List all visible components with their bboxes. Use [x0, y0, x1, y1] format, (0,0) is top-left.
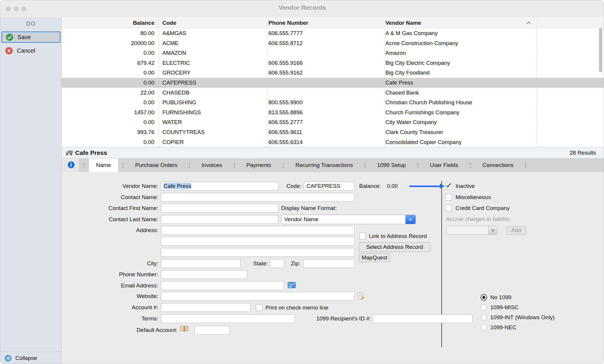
- radio-no-1099[interactable]: [481, 294, 487, 301]
- tab-separator: ⋮: [413, 162, 423, 169]
- pointer-arrow: [409, 186, 440, 187]
- vendor-name-form: Vendor Name: Contact Name: Contact First…: [62, 172, 604, 364]
- table-row[interactable]: 0.00GROCERY606.555.9162Big City Foodland: [62, 68, 604, 78]
- link-address-record-checkbox[interactable]: [359, 233, 366, 239]
- table-row[interactable]: 1457.00FURNISHINGS813.555.8896Church Fur…: [62, 107, 604, 118]
- default-account-label: Default Account:: [81, 326, 177, 335]
- select-address-record-button[interactable]: Select Address Record: [359, 242, 430, 252]
- sidebar-header: DO: [0, 20, 61, 27]
- detail-header-bar: Cafe Press 28 Results: [62, 147, 604, 158]
- sort-ascending-icon[interactable]: [526, 20, 532, 27]
- collapse-button[interactable]: Collapse: [0, 352, 61, 364]
- save-label: Save: [17, 34, 31, 41]
- tab-1099-setup[interactable]: 1099 Setup: [370, 158, 413, 172]
- tab-user-fields[interactable]: User Fields: [423, 158, 465, 172]
- column-header-balance[interactable]: Balance: [62, 17, 154, 28]
- zip-label: Zip:: [283, 259, 300, 268]
- account-number-input[interactable]: [161, 303, 251, 312]
- display-name-format-label: Display Name Format:: [281, 204, 337, 213]
- chevron-down-icon: [488, 226, 497, 234]
- tab-separator: ⋮: [465, 162, 475, 169]
- website-input[interactable]: [161, 292, 355, 301]
- email-address-input[interactable]: [161, 281, 284, 290]
- email-icon[interactable]: [288, 282, 296, 290]
- terms-input[interactable]: [161, 314, 295, 323]
- table-row-selected[interactable]: 0.00CAFEPRESSCafe Press: [62, 78, 604, 88]
- table-header-row: Balance Code Phone Number Vendor Name: [62, 17, 604, 28]
- terms-label: Terms:: [62, 314, 158, 323]
- table-row[interactable]: 80.00A&MGAS606.555.7777A & M Gas Company: [62, 28, 604, 38]
- radio-1099-nec[interactable]: [481, 324, 487, 331]
- table-row[interactable]: 679.42ELECTRIC606.555.9166Big City Elect…: [62, 58, 604, 68]
- email-address-label: Email Address:: [62, 281, 158, 290]
- tab-name[interactable]: Name: [89, 158, 118, 172]
- city-label: City:: [62, 259, 158, 268]
- miscellaneous-checkbox[interactable]: [445, 194, 452, 201]
- table-row[interactable]: 993.76COUNTYTREAS606.555.9611Clark Count…: [62, 127, 604, 137]
- tab-connections[interactable]: Connections: [475, 158, 521, 172]
- radio-no-1099-label: No 1099: [490, 294, 511, 301]
- display-name-format-dropdown[interactable]: Vendor Name: [281, 215, 416, 224]
- save-button[interactable]: Save: [1, 32, 60, 43]
- contact-name-input[interactable]: [161, 193, 355, 202]
- contact-name-label: Contact Name:: [62, 193, 158, 202]
- code-label: Code:: [280, 182, 301, 191]
- balance-value: 0.00: [387, 183, 398, 189]
- radio-1099-int[interactable]: [481, 314, 487, 321]
- code-input[interactable]: [304, 182, 355, 191]
- info-tab[interactable]: [62, 158, 79, 172]
- column-header-code[interactable]: Code: [162, 17, 176, 28]
- accrue-liability-label: Accrue charges to liability:: [446, 216, 511, 223]
- address-line2-input[interactable]: [161, 237, 355, 246]
- recipient-id-input[interactable]: [373, 314, 473, 323]
- balance-readout: Balance:0.00: [359, 182, 398, 191]
- tab-separator: ⋮: [229, 162, 239, 169]
- table-row[interactable]: 20000.00ACME606.555.8712Acme Constructio…: [62, 38, 604, 48]
- state-input[interactable]: [270, 259, 284, 268]
- address-line3-input[interactable]: [161, 248, 355, 257]
- radio-1099-misc-label: 1099-MISC: [490, 304, 519, 311]
- record-tab-bar: ⋮ Name ⋮ Purchase Orders ⋮ Invoices ⋮ Pa…: [62, 158, 604, 172]
- table-row[interactable]: 22.00CHASEDBChased Bank: [62, 88, 604, 98]
- table-row[interactable]: 0.00AMAZONAmazon: [62, 48, 604, 58]
- address-line1-input[interactable]: [161, 226, 355, 235]
- phone-number-input[interactable]: [161, 270, 247, 279]
- table-row[interactable]: 0.00COPIER606.555.6314Consolidated Copie…: [62, 137, 604, 147]
- zip-input[interactable]: [303, 259, 355, 268]
- credit-card-company-checkbox[interactable]: [445, 205, 452, 211]
- accrue-liability-dropdown[interactable]: [446, 226, 497, 235]
- collapse-label: Collapse: [15, 355, 37, 361]
- account-number-label: Account #:: [62, 303, 158, 312]
- account-book-icon[interactable]: [179, 325, 189, 334]
- collapse-chevrons-icon: [4, 355, 12, 362]
- table-row[interactable]: 0.00WATER606.555.2777City Water Company: [62, 117, 604, 127]
- tab-invoices[interactable]: Invoices: [194, 158, 229, 172]
- vertical-scrollbar[interactable]: [599, 28, 602, 72]
- radio-1099-misc[interactable]: [481, 304, 487, 311]
- detail-vendor-name: Cafe Press: [75, 149, 107, 156]
- website-icon[interactable]: [357, 292, 365, 301]
- cancel-button[interactable]: Cancel: [1, 45, 60, 56]
- default-account-input[interactable]: [194, 326, 230, 335]
- recipient-id-label: 1099 Recipient's ID #:: [297, 314, 371, 323]
- window-title: Vendor Records: [0, 0, 604, 17]
- tab-separator: ⋮: [184, 162, 194, 169]
- column-header-vendor-name[interactable]: Vendor Name: [385, 17, 421, 28]
- tab-payments[interactable]: Payments: [239, 158, 278, 172]
- contact-first-name-input[interactable]: [161, 204, 278, 213]
- contact-last-name-input[interactable]: [161, 215, 278, 224]
- column-header-phone[interactable]: Phone Number: [268, 17, 308, 28]
- inactive-checkbox[interactable]: [445, 183, 452, 189]
- tab-recurring-transactions[interactable]: Recurring Transactions: [288, 158, 360, 172]
- tab-separator: ⋮: [521, 162, 531, 169]
- cancel-label: Cancel: [17, 47, 35, 54]
- city-input[interactable]: [161, 259, 241, 268]
- table-row[interactable]: 0.00PUBLISHING800.555.9900Christian Chur…: [62, 97, 604, 107]
- print-check-memo-checkbox[interactable]: [256, 304, 263, 311]
- vendor-name-input[interactable]: Cafe Press: [161, 182, 278, 191]
- add-liability-button[interactable]: Add: [506, 226, 527, 235]
- tab-purchase-orders[interactable]: Purchase Orders: [128, 158, 185, 172]
- radio-1099-nec-label: 1099-NEC: [490, 324, 516, 331]
- mapquest-button[interactable]: MapQuest: [359, 253, 390, 262]
- tab-separator: ⋮: [278, 162, 288, 169]
